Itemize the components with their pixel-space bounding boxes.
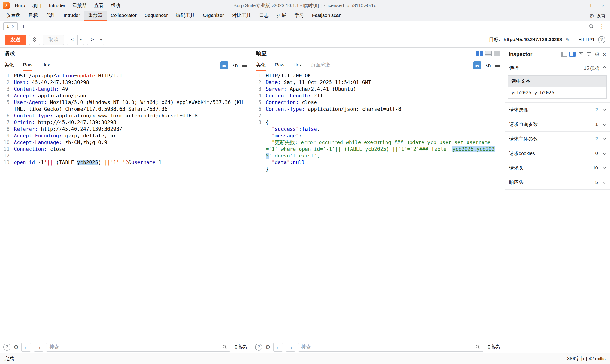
request-line-content: User-Agent: Mozilla/5.0 (Windows NT 10.0… bbox=[14, 99, 252, 112]
send-settings-button[interactable]: ⚙ bbox=[29, 35, 40, 45]
main-tab-扩展[interactable]: 扩展 bbox=[273, 11, 290, 21]
inspector-section-请求头[interactable]: 请求头10 bbox=[505, 161, 610, 175]
expand-all-icon[interactable] bbox=[586, 52, 592, 57]
help-icon[interactable]: ? bbox=[598, 36, 605, 43]
main-tab-Fastjson scan[interactable]: Fastjson scan bbox=[308, 11, 345, 21]
show-newlines-icon[interactable]: \n bbox=[232, 62, 238, 68]
inspector-section-请求查询参数[interactable]: 请求查询参数1 bbox=[505, 117, 610, 131]
main-tab-list: 仪表盘目标代理Intruder重放器CollaboratorSequencer编… bbox=[2, 11, 346, 21]
target-url: http://45.40.247.139:30298 bbox=[504, 37, 562, 42]
line-number: 10 bbox=[0, 139, 14, 146]
response-tab-页面渲染[interactable]: 页面渲染 bbox=[311, 60, 330, 71]
main-tab-Collaborator[interactable]: Collaborator bbox=[106, 11, 141, 21]
send-button[interactable]: 发送 bbox=[5, 35, 26, 45]
chevron-down-icon bbox=[603, 122, 606, 126]
inspector-section-请求主体参数[interactable]: 请求主体参数2 bbox=[505, 131, 610, 146]
close-tab-icon[interactable]: × bbox=[12, 24, 15, 29]
edit-target-icon[interactable]: ✎ bbox=[565, 37, 570, 43]
word-wrap-icon[interactable] bbox=[473, 62, 481, 69]
settings-button[interactable]: ⚙ 设置 bbox=[589, 11, 610, 21]
main-tab-学习[interactable]: 学习 bbox=[290, 11, 308, 21]
http-version-selector[interactable]: HTTP/1 bbox=[578, 37, 595, 42]
request-search-input[interactable] bbox=[46, 343, 230, 351]
inspector-selection-section[interactable]: 选择 15 (0xf) bbox=[505, 61, 610, 75]
kebab-menu-icon[interactable]: ⋮ bbox=[599, 23, 605, 30]
editor-menu-icon[interactable] bbox=[242, 62, 247, 68]
selected-text-value[interactable]: ycb2025.ycb2025 bbox=[508, 87, 606, 98]
response-tab-美化[interactable]: 美化 bbox=[256, 60, 266, 71]
line-number bbox=[252, 159, 266, 166]
response-tab-Hex[interactable]: Hex bbox=[293, 60, 302, 71]
inspector-section-请求cookies[interactable]: 请求cookies0 bbox=[505, 146, 610, 161]
request-editor[interactable]: 1POST /api.php?action=update HTTP/1.12Ho… bbox=[0, 71, 252, 341]
main-tab-目标[interactable]: 目标 bbox=[24, 11, 42, 21]
main-tab-日志[interactable]: 日志 bbox=[255, 11, 273, 21]
search-prev-button[interactable]: ← bbox=[273, 343, 283, 351]
response-tab-Raw[interactable]: Raw bbox=[275, 60, 284, 71]
word-wrap-icon[interactable] bbox=[220, 62, 228, 69]
request-line: 2Host: 45.40.247.139:30298 bbox=[0, 79, 252, 86]
menu-Burp[interactable]: Burp bbox=[12, 0, 29, 11]
bolt-icon: ⚡ bbox=[5, 3, 8, 8]
search-settings-icon[interactable]: ⚙ bbox=[265, 344, 271, 350]
chevron-down-icon bbox=[603, 151, 606, 155]
search-next-button[interactable]: → bbox=[34, 343, 43, 351]
cancel-button[interactable]: 取消 bbox=[43, 35, 64, 45]
inspector-close-icon[interactable]: × bbox=[603, 51, 606, 57]
main-tab-Intruder[interactable]: Intruder bbox=[60, 11, 84, 21]
main-tab-编码工具[interactable]: 编码工具 bbox=[172, 11, 199, 21]
request-line-content bbox=[14, 153, 252, 159]
layout-columns-icon[interactable] bbox=[476, 51, 483, 56]
request-line-content: Accept-Language: zh-CN,zh;q=0.9 bbox=[14, 139, 252, 146]
main-tab-Sequencer[interactable]: Sequencer bbox=[141, 11, 172, 21]
request-line: 10Accept-Language: zh-CN,zh;q=0.9 bbox=[0, 139, 252, 146]
response-search-input[interactable] bbox=[298, 343, 483, 351]
close-button[interactable]: × bbox=[596, 0, 610, 11]
layout-single-icon[interactable] bbox=[494, 51, 500, 56]
request-tab-Hex[interactable]: Hex bbox=[41, 60, 50, 71]
history-back-button[interactable]: < bbox=[67, 35, 78, 45]
main-tab-仪表盘[interactable]: 仪表盘 bbox=[2, 11, 24, 21]
menu-Intruder[interactable]: Intruder bbox=[45, 0, 69, 11]
response-title: 响应 bbox=[256, 50, 267, 57]
menu-项目[interactable]: 项目 bbox=[29, 0, 45, 11]
history-back-dropdown[interactable]: ▾ bbox=[78, 35, 84, 45]
line-number bbox=[252, 139, 266, 159]
line-number bbox=[252, 166, 266, 172]
search-next-button[interactable]: → bbox=[286, 343, 295, 351]
add-tab-button[interactable]: + bbox=[21, 23, 25, 29]
menu-重放器[interactable]: 重放器 bbox=[69, 0, 90, 11]
search-tabs-icon[interactable] bbox=[589, 24, 594, 29]
main-tab-代理[interactable]: 代理 bbox=[42, 11, 60, 21]
main-tab-对比工具[interactable]: 对比工具 bbox=[228, 11, 255, 21]
minimize-button[interactable]: – bbox=[569, 0, 582, 11]
inspector-settings-icon[interactable]: ⚙ bbox=[594, 52, 599, 57]
menu-查看[interactable]: 查看 bbox=[90, 0, 107, 11]
request-tab-美化[interactable]: 美化 bbox=[4, 60, 14, 71]
menu-帮助[interactable]: 帮助 bbox=[107, 0, 124, 11]
editor-menu-icon[interactable] bbox=[495, 62, 500, 68]
section-label: 请求cookies bbox=[509, 150, 595, 157]
help-icon[interactable]: ? bbox=[255, 343, 262, 351]
inspector-dock-right-icon[interactable] bbox=[570, 52, 576, 57]
response-editor[interactable]: 1HTTP/1.1 200 OK2Date: Sat, 11 Oct 2025 … bbox=[252, 71, 505, 341]
request-tab-Raw[interactable]: Raw bbox=[23, 60, 32, 71]
layout-rows-icon[interactable] bbox=[485, 51, 492, 56]
collapse-all-icon[interactable] bbox=[578, 52, 584, 57]
inspector-section-响应头[interactable]: 响应头5 bbox=[505, 175, 610, 190]
response-line: } bbox=[252, 166, 505, 172]
help-icon[interactable]: ? bbox=[3, 343, 11, 351]
inspector-section-请求属性[interactable]: 请求属性2 bbox=[505, 103, 610, 117]
line-number: 2 bbox=[0, 79, 14, 86]
history-forward-button[interactable]: > bbox=[87, 35, 98, 45]
burp-logo-icon: ⚡ bbox=[3, 2, 10, 9]
search-settings-icon[interactable]: ⚙ bbox=[13, 344, 19, 350]
maximize-button[interactable]: □ bbox=[582, 0, 596, 11]
history-forward-dropdown[interactable]: ▾ bbox=[98, 35, 104, 45]
main-tab-重放器[interactable]: 重放器 bbox=[84, 11, 106, 21]
show-newlines-icon[interactable]: \n bbox=[485, 62, 491, 68]
repeater-tab-1[interactable]: 1 × bbox=[3, 22, 18, 30]
main-tab-Organizer[interactable]: Organizer bbox=[199, 11, 228, 21]
inspector-dock-left-icon[interactable] bbox=[561, 52, 567, 57]
search-prev-button[interactable]: ← bbox=[21, 343, 31, 351]
